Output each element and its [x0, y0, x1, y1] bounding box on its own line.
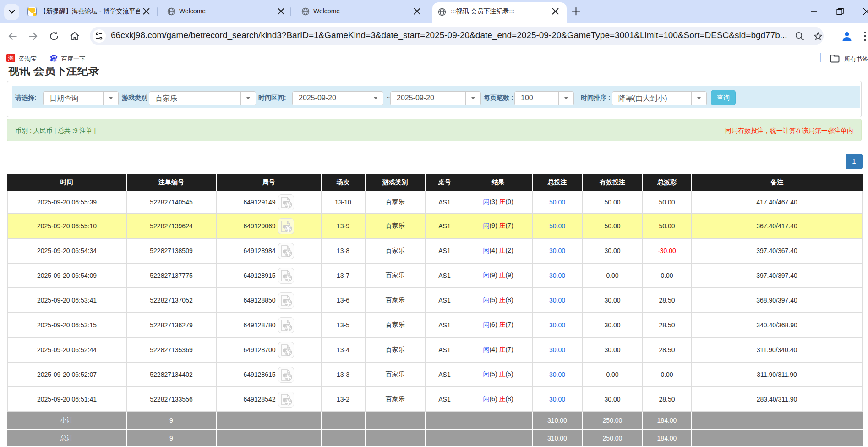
svg-text:du: du — [52, 58, 56, 61]
svg-text:淘: 淘 — [8, 55, 14, 62]
